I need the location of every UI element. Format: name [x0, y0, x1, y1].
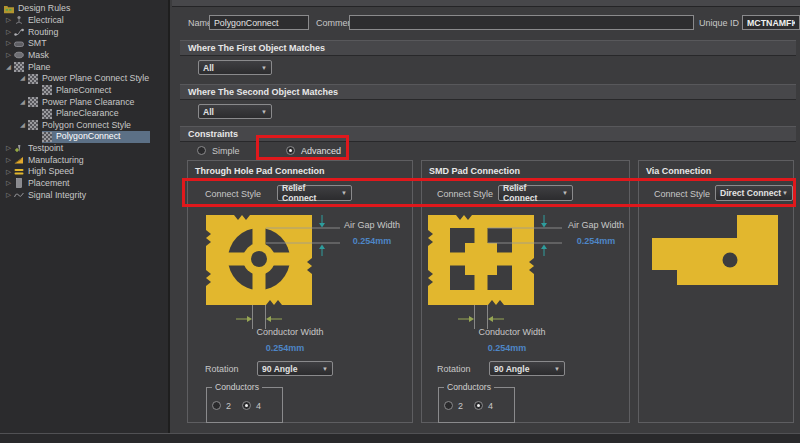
design-rules-dialog: Design Rules ▷ Electrical ▷ Routing ▷ SM… [0, 0, 800, 443]
expand-collapsed-icon[interactable]: ▷ [3, 17, 14, 24]
tree-item-electrical[interactable]: ▷ Electrical [0, 15, 168, 27]
rules-tree: Design Rules ▷ Electrical ▷ Routing ▷ SM… [0, 0, 170, 433]
expand-collapsed-icon[interactable]: ▷ [3, 169, 14, 176]
conductors-2-label: 2 [226, 401, 231, 411]
panel-top-edge [172, 0, 800, 7]
section-title: Constraints [188, 129, 238, 139]
rule-type-icon [28, 74, 39, 84]
tree-item-power-plane-clearance[interactable]: ◢ Power Plane Clearance [0, 96, 168, 108]
tree-item-smt[interactable]: ▷ SMT [0, 38, 168, 50]
rotation-label: Rotation [437, 364, 471, 374]
section-constraints: Constraints [180, 126, 796, 142]
advanced-radio-label: Advanced [301, 146, 341, 156]
tree-label: Design Rules [18, 4, 70, 13]
tree-item-high-speed[interactable]: ▷ High Speed [0, 166, 168, 178]
smt-icon [14, 39, 25, 49]
routing-icon [14, 27, 25, 37]
expand-expanded-icon[interactable]: ◢ [17, 122, 28, 129]
caret-down-icon: ▼ [562, 190, 568, 196]
testpoint-icon [14, 144, 25, 154]
second-object-scope-dropdown[interactable]: All▼ [198, 104, 272, 119]
tree-item-placement[interactable]: ▷ Placement [0, 178, 168, 190]
caret-down-icon: ▼ [341, 190, 347, 196]
smd-connect-style-dropdown[interactable]: Relief Connect▼ [498, 185, 573, 201]
rule-icon [42, 85, 53, 95]
conductor-width-label: Conductor Width [240, 327, 340, 337]
tree-item-mask[interactable]: ▷ Mask [0, 50, 168, 62]
group-title: Through Hole Pad Connection [195, 166, 325, 176]
conductor-width-value: 0.254mm [235, 343, 335, 353]
first-object-scope-dropdown[interactable]: All▼ [198, 60, 272, 75]
name-input[interactable] [209, 15, 309, 30]
expand-collapsed-icon[interactable]: ▷ [3, 157, 14, 164]
plane-rule-icon [14, 62, 25, 72]
section-title: Where The Second Object Matches [188, 87, 338, 97]
expand-expanded-icon[interactable]: ◢ [3, 64, 14, 71]
dialog-bottom-edge [0, 433, 800, 443]
simple-radio[interactable] [197, 146, 206, 155]
conductors-2-label: 2 [458, 401, 463, 411]
rotation-dropdown[interactable]: 90 Angle▼ [489, 361, 565, 376]
group-title: SMD Pad Connection [429, 166, 520, 176]
conductors-4-radio[interactable] [474, 401, 483, 410]
tree-item-polygon-connect-style[interactable]: ◢ Polygon Connect Style [0, 119, 168, 131]
placement-icon [14, 178, 25, 188]
conductors-2-radio[interactable] [212, 401, 221, 410]
conductors-4-label: 4 [488, 401, 493, 411]
comment-input[interactable] [349, 15, 694, 30]
via-connect-style-dropdown[interactable]: Direct Connect▼ [715, 185, 793, 201]
tree-item-signal-integrity[interactable]: ▷ Signal Integrity [0, 189, 168, 201]
rule-icon [42, 109, 53, 119]
conductors-label: Conductors [444, 382, 494, 392]
electrical-icon [14, 15, 25, 25]
tree-item-power-plane-connect-style[interactable]: ◢ Power Plane Connect Style [0, 73, 168, 85]
rotation-dropdown[interactable]: 90 Angle▼ [257, 361, 333, 376]
air-gap-width-value: 0.254mm [332, 236, 412, 246]
tree-item-planeconnect[interactable]: PlaneConnect [0, 84, 168, 96]
manufacturing-icon [14, 155, 25, 165]
expand-collapsed-icon[interactable]: ▷ [3, 192, 14, 199]
tree-item-design-rules[interactable]: Design Rules [0, 3, 168, 15]
expand-collapsed-icon[interactable]: ▷ [3, 40, 14, 47]
rotation-label: Rotation [205, 364, 239, 374]
section-where-first-object-matches: Where The First Object Matches [180, 40, 796, 56]
air-gap-width-label: Air Gap Width [332, 220, 412, 230]
tree-item-routing[interactable]: ▷ Routing [0, 26, 168, 38]
expand-collapsed-icon[interactable]: ▷ [3, 145, 14, 152]
tree-item-polygonconnect-selected[interactable]: PolygonConnect [0, 131, 168, 143]
expand-collapsed-icon[interactable]: ▷ [3, 29, 14, 36]
folder-icon [4, 4, 15, 14]
simple-radio-label: Simple [212, 146, 240, 156]
tree-item-manufacturing[interactable]: ▷ Manufacturing [0, 154, 168, 166]
caret-down-icon: ▼ [261, 65, 267, 71]
tree-selection-highlight: PolygonConnect [42, 131, 150, 143]
through-hole-connect-style-dropdown[interactable]: Relief Connect▼ [277, 185, 352, 201]
caret-down-icon: ▼ [554, 366, 560, 372]
expand-expanded-icon[interactable]: ◢ [17, 99, 28, 106]
rule-type-icon [28, 97, 39, 107]
conductors-2-radio[interactable] [444, 401, 453, 410]
unique-id-input[interactable] [742, 15, 800, 30]
conductor-width-label: Conductor Width [462, 327, 562, 337]
rule-icon [42, 132, 53, 142]
air-gap-width-label: Air Gap Width [556, 220, 636, 230]
caret-down-icon: ▼ [322, 366, 328, 372]
advanced-radio[interactable] [286, 146, 295, 155]
air-gap-width-value: 0.254mm [556, 236, 636, 246]
expand-collapsed-icon[interactable]: ▷ [3, 180, 14, 187]
signal-integrity-icon [14, 190, 25, 200]
section-title: Where The First Object Matches [188, 43, 325, 53]
conductors-label: Conductors [212, 382, 262, 392]
expand-collapsed-icon[interactable]: ▷ [3, 52, 14, 59]
section-where-second-object-matches: Where The Second Object Matches [180, 84, 796, 100]
expand-expanded-icon[interactable]: ◢ [17, 75, 28, 82]
conductors-4-radio[interactable] [242, 401, 251, 410]
conductor-width-value: 0.254mm [457, 343, 557, 353]
connect-style-label: Connect Style [437, 189, 493, 199]
caret-down-icon: ▼ [782, 190, 788, 196]
tree-item-plane[interactable]: ◢ Plane [0, 61, 168, 73]
tree-item-planeclearance[interactable]: PlaneClearance [0, 108, 168, 120]
high-speed-icon [14, 167, 25, 177]
mask-icon [14, 50, 25, 60]
tree-item-testpoint[interactable]: ▷ Testpoint [0, 143, 168, 155]
